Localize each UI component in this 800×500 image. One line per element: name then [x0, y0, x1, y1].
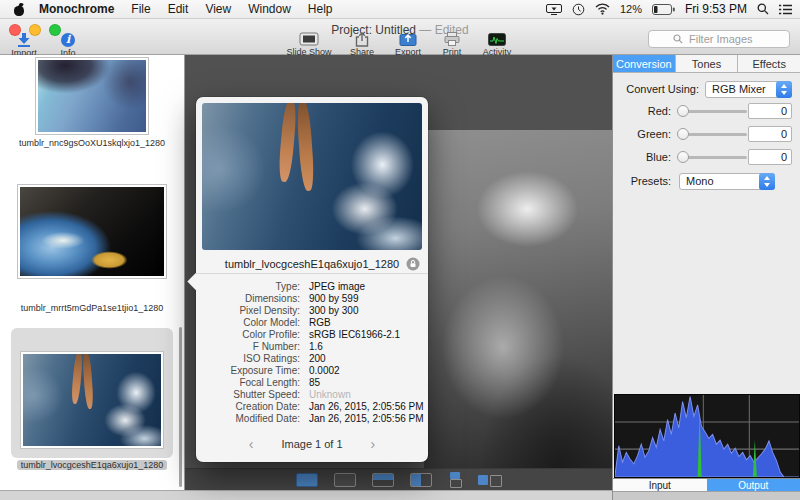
battery-percent: 12% — [620, 3, 642, 15]
sidebar-scrollbar[interactable] — [179, 327, 182, 487]
panel-footer-strip — [613, 491, 800, 500]
info-label: Color Profile: — [202, 329, 300, 341]
thumbnail-filename: tumblr_lvocgceshE1qa6xujo1_1280 — [0, 460, 184, 471]
spotlight-icon[interactable] — [757, 3, 769, 15]
search-input[interactable] — [687, 32, 765, 46]
share-button[interactable]: Share — [345, 32, 379, 57]
info-value: RGB — [309, 317, 331, 329]
dropdown-stepper-icon — [776, 81, 792, 98]
green-value-input[interactable] — [748, 126, 792, 142]
time-machine-icon[interactable] — [572, 3, 585, 16]
info-value: 85 — [309, 377, 320, 389]
blue-slider-knob[interactable] — [677, 151, 689, 163]
search-icon — [673, 30, 683, 48]
adjustments-panel: Conversion Tones Effects Convert Using: … — [612, 55, 800, 500]
tab-conversion[interactable]: Conversion — [613, 55, 676, 72]
histogram-tab-output[interactable]: Output — [707, 479, 800, 491]
print-button[interactable]: Print — [437, 32, 467, 57]
split-vertical-view-button[interactable] — [410, 473, 432, 487]
red-slider[interactable] — [679, 110, 747, 113]
apple-menu-icon[interactable] — [14, 3, 25, 16]
blue-slider-label: Blue: — [613, 149, 671, 165]
presets-label: Presets: — [613, 173, 671, 190]
previous-image-button[interactable]: ‹ — [249, 439, 254, 450]
info-label: Shutter Speed: — [202, 389, 300, 401]
activity-button[interactable]: Activity — [478, 32, 516, 57]
blue-classic-car-thumbnail — [18, 185, 166, 278]
info-value: 300 by 300 — [309, 305, 359, 317]
info-row: Pixel Density:300 by 300 — [202, 305, 422, 317]
thumbnail-filename: tumblr_nnc9gsOoXU1skqlxjo1_1280 — [0, 138, 184, 149]
slide-show-button[interactable]: Slide Show — [284, 32, 334, 57]
menu-file[interactable]: File — [131, 2, 150, 16]
menu-help[interactable]: Help — [308, 2, 333, 16]
info-row: Shutter Speed:Unknown — [202, 389, 422, 401]
app-menu[interactable]: Monochrome — [39, 2, 114, 16]
image-info-popover: tumblr_lvocgceshE1qa6xujo1_1280 Type:JPE… — [196, 97, 428, 462]
info-row: Focal Length:85 — [202, 377, 422, 389]
menu-window[interactable]: Window — [248, 2, 291, 16]
histogram-tab-input[interactable]: Input — [613, 479, 707, 491]
info-value: 200 — [309, 353, 326, 365]
sidebar-item-beach-legs-walking[interactable]: tumblr_lvocgceshE1qa6xujo1_1280 — [0, 328, 184, 493]
red-slider-label: Red: — [613, 103, 671, 119]
next-image-button[interactable]: › — [371, 439, 376, 450]
info-value: 0.0002 — [309, 365, 340, 377]
info-value: JPEG image — [309, 281, 365, 293]
wifi-icon[interactable] — [595, 3, 610, 15]
info-label: Pixel Density: — [202, 305, 300, 317]
green-slider-label: Green: — [613, 126, 671, 142]
mixer-row-blue: Blue: — [613, 149, 800, 172]
share-icon — [355, 32, 369, 46]
info-label: Dimensions: — [202, 293, 300, 305]
sidebar-item-blue-classic-car[interactable]: tumblr_mrrt5mGdPa1se1tjio1_1280 — [0, 185, 184, 314]
display-mirroring-icon[interactable] — [546, 4, 562, 15]
blue-fur-coat-portrait-thumbnail — [36, 58, 148, 134]
blue-slider[interactable] — [679, 156, 747, 159]
green-slider-knob[interactable] — [677, 128, 689, 140]
slide-show-icon — [299, 32, 319, 46]
presets-value: Mono — [686, 175, 714, 187]
menu-items: FileEditViewWindowHelp — [131, 2, 349, 16]
info-icon: i — [61, 33, 75, 47]
green-slider[interactable] — [679, 133, 747, 136]
export-icon — [399, 32, 417, 46]
mixer-row-green: Green: — [613, 126, 800, 149]
info-label: Creation Date: — [202, 401, 300, 413]
battery-icon[interactable] — [652, 4, 675, 15]
info-row: ISO Ratings:200 — [202, 353, 422, 365]
popover-image-title: tumblr_lvocgceshE1qa6xujo1_1280 — [225, 258, 399, 270]
menu-edit[interactable]: Edit — [168, 2, 189, 16]
convert-using-dropdown[interactable]: RGB Mixer — [705, 81, 792, 98]
menu-bar-clock[interactable]: Fri 9:53 PM — [685, 2, 747, 16]
convert-using-value: RGB Mixer — [712, 83, 766, 95]
histogram-tabs: Input Output — [613, 478, 800, 491]
tab-tones[interactable]: Tones — [676, 55, 739, 72]
notification-center-icon[interactable] — [779, 4, 792, 15]
info-value: 1.6 — [309, 341, 323, 353]
beach-legs-photo-preview — [202, 103, 422, 250]
info-label: Focal Length: — [202, 377, 300, 389]
info-row: Modified Date:Jan 26, 2015, 2:05:56 PM — [202, 413, 422, 425]
convert-using-label: Convert Using: — [613, 81, 699, 98]
split-horizontal-view-button[interactable] — [372, 473, 394, 487]
tab-effects[interactable]: Effects — [738, 55, 800, 72]
red-value-input[interactable] — [748, 103, 792, 119]
view-mode-bar — [185, 468, 612, 490]
blue-value-input[interactable] — [748, 149, 792, 165]
monochrome-app-window: Monochrome FileEditViewWindowHelp 12% Fr… — [0, 0, 800, 500]
red-slider-knob[interactable] — [677, 105, 689, 117]
side-by-side-view-button[interactable] — [478, 473, 502, 487]
stacked-panes-view-button[interactable] — [448, 472, 462, 488]
menu-view[interactable]: View — [205, 2, 231, 16]
beach-legs-walking-thumbnail — [21, 352, 163, 448]
empty-pane-view-button[interactable] — [334, 473, 356, 487]
presets-dropdown[interactable]: Mono — [679, 173, 775, 190]
filter-images-field[interactable] — [648, 30, 790, 48]
lock-icon[interactable] — [406, 257, 420, 271]
export-button[interactable]: Export — [390, 32, 426, 57]
window-footer — [0, 490, 612, 500]
sidebar-item-blue-fur-coat-portrait[interactable]: tumblr_nnc9gsOoXU1skqlxjo1_1280 — [0, 58, 184, 149]
info-label: Modified Date: — [202, 413, 300, 425]
single-pane-view-button[interactable] — [296, 473, 318, 487]
